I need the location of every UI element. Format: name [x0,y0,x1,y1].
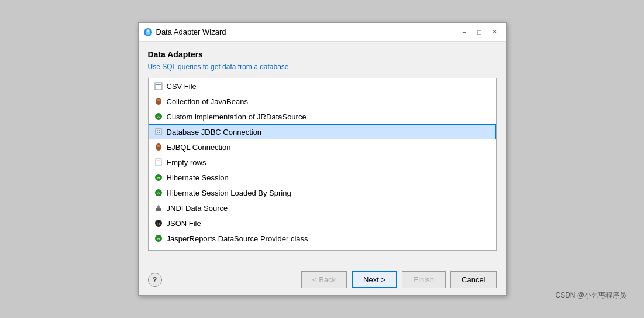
list-item[interactable]: { }JSON File [149,216,496,231]
next-button[interactable]: Next > [352,271,397,288]
svg-rect-11 [157,130,158,131]
svg-point-16 [157,145,160,147]
list-item[interactable]: Collection of JavaBeans [149,94,496,109]
list-item[interactable]: Custom implementation of JRDataSource [149,109,496,124]
svg-point-8 [157,99,160,101]
item-icon [154,173,163,182]
finish-button[interactable]: Finish [402,271,446,288]
svg-rect-4 [156,84,161,85]
list-item[interactable]: EJBQL Connection [149,139,496,155]
item-icon: { } [154,218,163,228]
help-button[interactable]: ? [148,273,162,287]
svg-text:{ }: { } [157,222,160,225]
content-area: Data Adapters Use SQL queries to get dat… [139,42,506,259]
item-icon [154,203,163,213]
item-label: JNDI Data Source [167,204,228,213]
item-icon [154,188,163,197]
title-bar: Data Adapter Wizard − □ ✕ [139,23,506,42]
title-bar-left: Data Adapter Wizard [143,28,226,37]
svg-rect-24 [157,206,160,208]
list-item[interactable]: Hibernate Session Loaded By Spring [149,185,496,200]
svg-rect-20 [157,163,159,163]
adapter-list-container: CSV FileCollection of JavaBeansCustom im… [148,78,497,251]
item-label: JSON File [167,219,201,228]
item-label: Database JDBC Connection [167,128,262,136]
app-icon [143,28,153,37]
item-icon [154,158,163,167]
adapter-list[interactable]: CSV FileCollection of JavaBeansCustom im… [149,78,496,250]
svg-rect-18 [157,160,160,161]
window-controls: − □ ✕ [458,26,501,39]
section-subtitle: Use SQL queries to get data from a datab… [148,63,497,71]
svg-rect-5 [156,86,161,86]
item-icon [154,234,163,243]
item-label: JasperReports DataSource Provider class [167,234,308,243]
list-item[interactable]: JasperReports DataSource Provider class [149,231,496,246]
svg-rect-23 [156,208,161,211]
list-item[interactable]: Hibernate Session [149,170,496,185]
item-label: Empty rows [167,158,206,167]
cancel-button[interactable]: Cancel [450,271,496,288]
list-item[interactable]: JNDI Data Source [149,200,496,216]
svg-rect-14 [159,132,160,133]
section-title: Data Adapters [148,50,497,59]
svg-rect-19 [157,162,160,162]
svg-rect-12 [159,130,160,131]
item-icon [154,112,163,121]
footer: ? < Back Next > Finish Cancel [139,264,506,295]
minimize-button[interactable]: − [458,26,471,39]
list-item[interactable]: Empty rows [149,155,496,170]
back-button[interactable]: < Back [301,271,347,288]
svg-rect-13 [157,132,158,133]
wizard-window: Data Adapter Wizard − □ ✕ Data Adapters … [138,22,507,296]
item-label: Collection of JavaBeans [167,97,248,106]
item-label: EJBQL Connection [167,143,231,152]
item-label: Hibernate Session Loaded By Spring [167,189,291,197]
item-icon [154,81,163,91]
footer-buttons: < Back Next > Finish Cancel [301,271,497,288]
item-icon [154,127,163,136]
close-button[interactable]: ✕ [488,26,501,39]
item-label: Custom implementation of JRDataSource [167,112,306,121]
item-icon [154,142,163,152]
watermark: CSDN @小乞丐程序员 [555,290,626,300]
svg-rect-25 [158,205,159,206]
svg-rect-6 [156,87,160,87]
footer-left: ? [148,273,162,287]
item-label: CSV File [167,82,197,91]
svg-point-2 [147,29,149,32]
item-icon [154,97,163,106]
list-item[interactable]: CSV File [149,78,496,94]
maximize-button[interactable]: □ [473,26,486,39]
window-title: Data Adapter Wizard [156,28,226,36]
list-item[interactable]: Database JDBC Connection [149,124,496,139]
item-label: Hibernate Session [167,173,229,182]
